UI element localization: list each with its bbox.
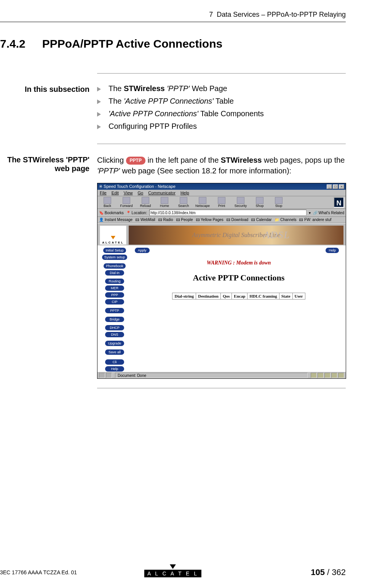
nav-save-all[interactable]: Save all [105, 349, 124, 355]
list-item: The STWireless 'PPTP' Web Page [97, 84, 346, 93]
location-bar: 🔖 Bookmarks 📍 Location: ▾ 🔗 What's Relat… [97, 209, 346, 217]
warning-text: WARNING : Modem is down [132, 260, 346, 266]
toolbar: Back Forward Reload Home Search Netscape… [97, 196, 346, 209]
home-button[interactable]: Home [156, 197, 173, 208]
reload-button[interactable]: Reload [137, 197, 154, 208]
help-button[interactable]: Help [326, 248, 339, 253]
list-item: The 'Active PPTP Connections' Table [97, 97, 346, 106]
header-rule [0, 22, 346, 22]
brand-header: ALCATEL Asymmetric Digital Subscriber Li… [97, 223, 346, 245]
section-heading: 7.4.2 PPPoA/PPTP Active Connections [0, 37, 346, 50]
list-item: Configuring PPTP Profiles [97, 122, 346, 131]
col-state: State [279, 293, 292, 300]
nav-cip[interactable]: CIP [105, 299, 124, 304]
maximize-icon[interactable]: □ [333, 184, 338, 189]
divider [97, 388, 346, 388]
nav-help[interactable]: Help [105, 366, 124, 372]
running-head: 7 Data Services – PPPoA-to-PPTP Relaying [0, 11, 346, 19]
netscape-logo-icon: N [334, 197, 344, 208]
margin-label-subsection: In this subsection [0, 84, 97, 94]
col-user: User [292, 293, 305, 300]
nav-mer[interactable]: MER [105, 285, 124, 291]
page-viewport: ALCATEL Asymmetric Digital Subscriber Li… [97, 223, 346, 372]
nav-upgrade[interactable]: Upgrade [105, 341, 124, 346]
netscape-button[interactable]: Netscape [194, 197, 211, 208]
subsection-list: The STWireless 'PPTP' Web Page The 'Acti… [97, 84, 346, 131]
footer-alcatel-logo: A L C A T E L [144, 564, 201, 577]
nav-dns[interactable]: DNS [105, 332, 124, 337]
col-qos: Qos [220, 293, 232, 300]
sidebar-nav: Initial Setup System setup Phonebook Dia… [97, 223, 132, 372]
margin-label-stwireless: The STWireless 'PPTP' web page [0, 155, 97, 173]
list-item: 'Active PPTP Connections' Table Componen… [97, 109, 346, 118]
url-input[interactable] [149, 210, 307, 216]
close-icon[interactable]: × [339, 184, 344, 189]
nav-dial-in[interactable]: Dial-in [105, 270, 124, 276]
col-destination: Destination [196, 293, 221, 300]
netscape-screenshot: ※ Speed Touch Configuration - Netscape _… [97, 183, 346, 379]
footer-doc-id: 3EC 17766 AAAA TCZZA Ed. 01 [0, 569, 77, 575]
window-titlebar: ※ Speed Touch Configuration - Netscape _… [97, 183, 346, 190]
forward-button[interactable]: Forward [118, 197, 135, 208]
body-paragraph: Clicking PPTP in the left pane of the ST… [97, 155, 346, 176]
minimize-icon[interactable]: _ [327, 184, 332, 189]
main-content: Apply Help WARNING : Modem is down Activ… [132, 223, 346, 372]
page-main-title: Active PPTP Connections [132, 273, 346, 283]
stop-button[interactable]: Stop [270, 197, 287, 208]
triangle-icon [97, 125, 101, 129]
connections-table: Dial-string Destination Qos Encap HDLC f… [172, 293, 305, 300]
back-button[interactable]: Back [99, 197, 116, 208]
apply-button[interactable]: Apply [135, 248, 150, 253]
nav-routing[interactable]: Routing [105, 279, 124, 284]
shop-button[interactable]: Shop [251, 197, 268, 208]
triangle-icon [97, 99, 101, 104]
nav-initial-setup[interactable]: Initial Setup [103, 248, 126, 253]
page-number: 105 / 362 [311, 567, 346, 577]
nav-bridge[interactable]: Bridge [105, 317, 124, 322]
col-dial-string: Dial-string [172, 293, 196, 300]
page-footer: 3EC 17766 AAAA TCZZA Ed. 01 A L C A T E … [0, 567, 346, 577]
nav-pptp[interactable]: PPTP [105, 308, 124, 313]
pptp-pill-icon: PPTP [126, 157, 145, 165]
nav-ppp[interactable]: PPP [105, 292, 124, 298]
section-title-text: PPPoA/PPTP Active Connections [42, 37, 222, 50]
personal-toolbar[interactable]: 👤 Instant Message 🖂 WebMail 🖂 Radio 🖂 Pe… [97, 217, 346, 223]
alcatel-logo: ALCATEL [100, 226, 126, 245]
nav-system-setup[interactable]: System setup [102, 255, 128, 260]
nav-dhcp[interactable]: DHCP [105, 325, 124, 330]
statusbar: Document: Done [97, 372, 346, 378]
col-encap: Encap [232, 293, 247, 300]
col-hdlc: HDLC framing [247, 293, 279, 300]
nav-cli[interactable]: Cli [105, 359, 124, 365]
print-button[interactable]: Print [213, 197, 230, 208]
triangle-icon [97, 112, 101, 117]
triangle-icon [97, 87, 101, 91]
search-button[interactable]: Search [175, 197, 192, 208]
divider [97, 73, 346, 74]
menubar[interactable]: File Edit View Go Communicator Help [97, 190, 346, 196]
section-number: 7.4.2 [0, 37, 26, 50]
divider [97, 144, 346, 144]
adsl-banner: Asymmetric Digital Subscriber Line ADSL [129, 226, 343, 245]
security-button[interactable]: Security [232, 197, 249, 208]
nav-phonebook[interactable]: Phonebook [104, 263, 126, 269]
